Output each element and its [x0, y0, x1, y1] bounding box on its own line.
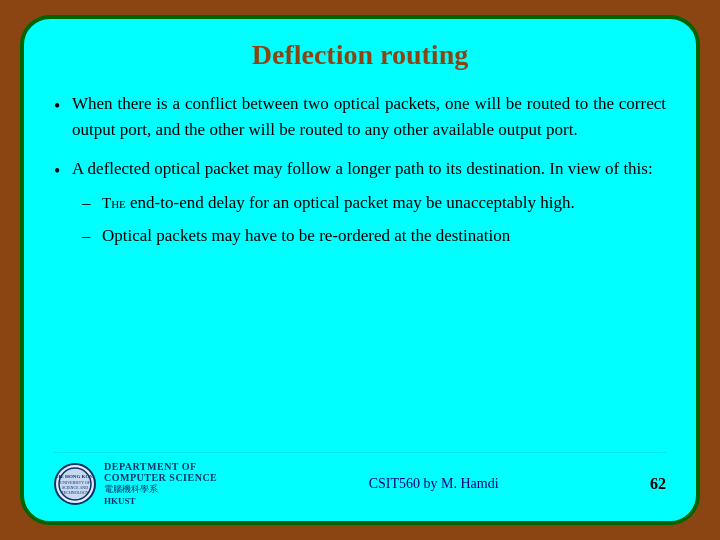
- logo-univ: HKUST: [104, 496, 217, 506]
- bullet-text-1: When there is a conflict between two opt…: [72, 91, 666, 142]
- footer-page: 62: [650, 475, 666, 493]
- svg-text:TECHNOLOGY: TECHNOLOGY: [61, 490, 88, 495]
- logo-circle: THE HONG KONG UNIVERSITY OF SCIENCE AND …: [54, 463, 96, 505]
- logo-text-block: DEPARTMENT OF COMPUTER SCIENCE 電腦機科學系 HK…: [104, 461, 217, 506]
- slide-container: Deflection routing • When there is a con…: [20, 15, 700, 525]
- bullet-item-2: • A deflected optical packet may follow …: [54, 156, 666, 257]
- sub-text-1-the: The: [102, 195, 126, 211]
- footer-citation: CSIT560 by M. Hamdi: [369, 476, 499, 492]
- sub-list: – The end-to-end delay for an optical pa…: [72, 190, 666, 249]
- footer-logo: THE HONG KONG UNIVERSITY OF SCIENCE AND …: [54, 461, 217, 506]
- slide-footer: THE HONG KONG UNIVERSITY OF SCIENCE AND …: [54, 452, 666, 506]
- logo-dept-cn: 電腦機科學系: [104, 483, 217, 496]
- bullet-dot-1: •: [54, 93, 72, 120]
- bullet-dot-2: •: [54, 158, 72, 185]
- sub-text-2: Optical packets may have to be re-ordere…: [102, 223, 666, 249]
- slide-title: Deflection routing: [54, 39, 666, 71]
- sub-item-2: – Optical packets may have to be re-orde…: [82, 223, 666, 249]
- bullet-text-2: A deflected optical packet may follow a …: [72, 159, 653, 178]
- sub-text-1: The end-to-end delay for an optical pack…: [102, 190, 666, 216]
- sub-dash-1: –: [82, 190, 102, 216]
- logo-dept: DEPARTMENT OF: [104, 461, 217, 472]
- logo-svg: THE HONG KONG UNIVERSITY OF SCIENCE AND …: [57, 466, 93, 502]
- sub-item-1: – The end-to-end delay for an optical pa…: [82, 190, 666, 216]
- sub-dash-2: –: [82, 223, 102, 249]
- slide-content: • When there is a conflict between two o…: [54, 91, 666, 442]
- bullet-item-1: • When there is a conflict between two o…: [54, 91, 666, 142]
- svg-text:THE HONG KONG: THE HONG KONG: [57, 474, 93, 479]
- bullet-list: • When there is a conflict between two o…: [54, 91, 666, 257]
- logo-dept2: COMPUTER SCIENCE: [104, 472, 217, 483]
- sub-text-1-rest: end-to-end delay for an optical packet m…: [126, 193, 575, 212]
